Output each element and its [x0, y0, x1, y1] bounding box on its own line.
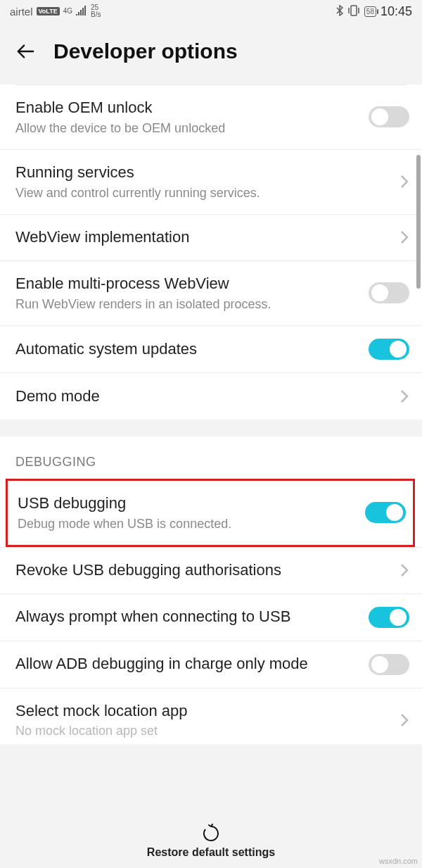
item-adb-charge-only[interactable]: Allow ADB debugging in charge only mode — [0, 641, 422, 688]
back-button[interactable] — [15, 42, 35, 61]
item-title: USB debugging — [18, 493, 357, 514]
item-title: Demo mode — [15, 386, 391, 407]
usb-debugging-highlight: USB debugging Debug mode when USB is con… — [6, 479, 415, 547]
data-rate-bot: B/s — [91, 11, 101, 18]
item-webview-implementation[interactable]: WebView implementation — [0, 215, 422, 261]
restore-defaults-button[interactable]: Restore default settings — [0, 814, 422, 868]
item-title: Enable multi-process WebView — [15, 274, 360, 294]
signal-icon — [76, 6, 87, 18]
item-always-prompt-usb[interactable]: Always prompt when connecting to USB — [0, 594, 422, 641]
usb-debugging-toggle[interactable] — [365, 502, 406, 523]
automatic-updates-toggle[interactable] — [369, 339, 409, 360]
battery-icon: 58 — [364, 6, 376, 17]
item-automatic-system-updates[interactable]: Automatic system updates — [0, 326, 422, 373]
restore-icon — [201, 824, 221, 843]
item-subtitle: No mock location app set — [15, 723, 391, 739]
adb-charge-toggle[interactable] — [369, 654, 409, 675]
item-title: Enable OEM unlock — [15, 98, 360, 118]
item-subtitle: Debug mode when USB is connected. — [18, 516, 357, 532]
item-title: Select mock location app — [15, 701, 391, 722]
item-subtitle: View and control currently running servi… — [15, 185, 391, 201]
item-usb-debugging[interactable]: USB debugging Debug mode when USB is con… — [8, 481, 413, 545]
settings-list: Enable OEM unlock Allow the device to be… — [0, 84, 422, 744]
item-title: Allow ADB debugging in charge only mode — [15, 654, 360, 674]
page-title: Developer options — [53, 39, 238, 63]
item-title: Running services — [15, 163, 391, 183]
item-running-services[interactable]: Running services View and control curren… — [0, 150, 422, 215]
clock: 10:45 — [381, 4, 412, 19]
multiprocess-webview-toggle[interactable] — [369, 282, 409, 303]
bluetooth-icon — [336, 5, 343, 18]
item-title: Always prompt when connecting to USB — [15, 607, 360, 627]
oem-unlock-toggle[interactable] — [369, 106, 409, 127]
carrier-label: airtel — [10, 6, 33, 18]
chevron-right-icon — [399, 562, 409, 579]
header: Developer options — [0, 23, 422, 84]
restore-label: Restore default settings — [147, 846, 275, 859]
vibrate-icon — [347, 5, 360, 18]
chevron-right-icon — [399, 388, 409, 405]
item-title: WebView implementation — [15, 227, 391, 248]
section-header-debugging: DEBUGGING — [0, 436, 422, 479]
chevron-right-icon — [399, 712, 409, 729]
item-oem-unlock[interactable]: Enable OEM unlock Allow the device to be… — [0, 85, 422, 150]
chevron-right-icon — [399, 173, 409, 190]
watermark: wsxdn.com — [379, 857, 418, 865]
volte-badge: VoLTE — [37, 7, 60, 15]
status-bar: airtel VoLTE 4G 25 B/s 58 10:45 — [0, 0, 422, 23]
always-prompt-toggle[interactable] — [369, 607, 409, 628]
item-multiprocess-webview[interactable]: Enable multi-process WebView Run WebView… — [0, 261, 422, 326]
item-title: Automatic system updates — [15, 339, 360, 360]
item-revoke-usb-auth[interactable]: Revoke USB debugging authorisations — [0, 547, 422, 594]
item-subtitle: Allow the device to be OEM unlocked — [15, 120, 360, 137]
item-subtitle: Run WebView renders in an isolated proce… — [15, 296, 360, 313]
svg-rect-0 — [351, 6, 357, 15]
item-title: Revoke USB debugging authorisations — [15, 560, 391, 581]
scrollbar[interactable] — [416, 155, 421, 289]
network-type: 4G — [63, 8, 72, 15]
chevron-right-icon — [399, 229, 409, 246]
item-mock-location[interactable]: Select mock location app No mock locatio… — [0, 688, 422, 744]
item-demo-mode[interactable]: Demo mode — [0, 373, 422, 420]
